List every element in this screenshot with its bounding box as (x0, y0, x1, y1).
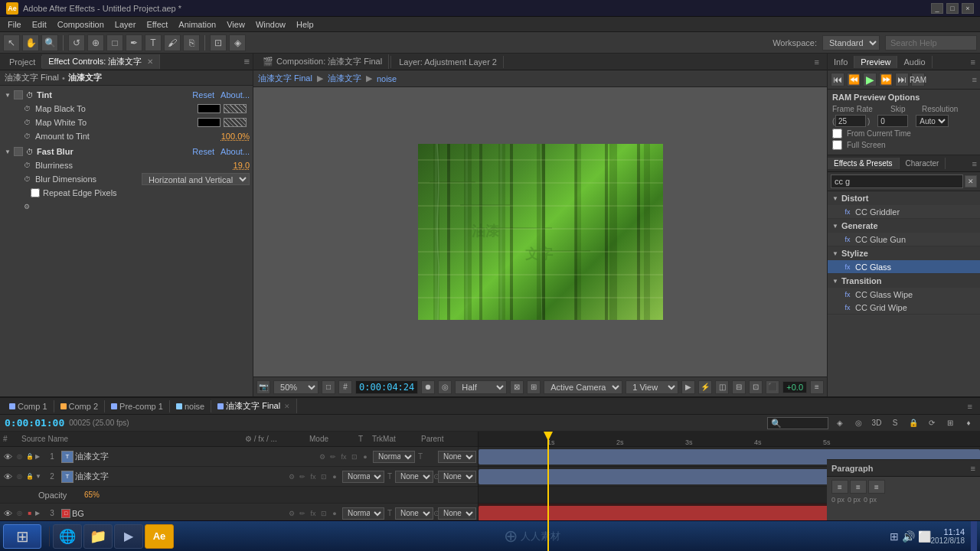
blur-dim-select[interactable]: Horizontal and Vertical Horizontal Verti… (142, 173, 250, 185)
layer2-trkmat-select[interactable]: None (395, 471, 433, 483)
layer3-sw4[interactable]: ⊡ (319, 509, 328, 518)
menu-effect[interactable]: Effect (142, 18, 172, 31)
ep-stylize-header[interactable]: ▼ Stylize (828, 246, 980, 260)
snapshot-button[interactable]: 📷 (256, 380, 270, 394)
record-button[interactable]: ⏺ (421, 380, 435, 394)
fast-blur-expand-icon[interactable]: ▼ (3, 147, 12, 156)
fast-blur-header[interactable]: ▼ ⏱ Fast Blur Reset About... (0, 145, 253, 158)
tab-info[interactable]: Info (828, 56, 854, 68)
comp-panel-options[interactable]: ≡ (810, 56, 824, 68)
map-black-swatch[interactable] (198, 104, 220, 113)
menu-file[interactable]: File (3, 18, 26, 31)
tl-sync-btn[interactable]: ⟳ (925, 416, 939, 430)
workspace-select[interactable]: Standard (822, 35, 880, 51)
fast-blur-about-button[interactable]: About... (220, 147, 250, 156)
layer1-expand-icon[interactable]: ▶ (35, 453, 44, 460)
blur-repeat-checkbox[interactable] (31, 188, 40, 197)
align-center-button[interactable]: ≡ (850, 480, 867, 494)
tl-tab-comp1[interactable]: Comp 1 (3, 400, 54, 412)
resolution-select[interactable]: Auto Full Half (916, 115, 949, 127)
camera-select[interactable]: Active Camera (544, 380, 622, 394)
tl-timecode[interactable]: 0:00:01:00 (5, 417, 64, 429)
blurriness-value[interactable]: 19.0 (234, 161, 250, 170)
frame-rate-input[interactable] (835, 115, 866, 127)
tab-close-icon[interactable]: ✕ (147, 57, 153, 66)
tl-tab-precomp1[interactable]: Pre-comp 1 (105, 400, 170, 412)
layer1-lock-icon[interactable]: 🔒 (24, 452, 35, 462)
panel-options-icon[interactable]: ≡ (243, 56, 250, 67)
menu-help[interactable]: Help (292, 18, 318, 31)
layer3-parent-select[interactable]: None (438, 507, 476, 520)
skip-input[interactable] (877, 115, 908, 127)
ram-preview-button[interactable]: RAM (911, 73, 925, 86)
tint-reset-button[interactable]: Reset (192, 90, 214, 99)
effect-tint-header[interactable]: ▼ ⏱ Tint Reset About... (0, 88, 253, 102)
map-white-swatch[interactable] (198, 118, 220, 127)
tab-effect-controls[interactable]: Effect Controls: 油漆文字 ✕ (42, 54, 160, 69)
ep-item-cc-griddler[interactable]: fx CC Griddler (828, 205, 980, 218)
layer3-sw1[interactable]: ⚙ (287, 509, 296, 518)
tint-enable-checkbox[interactable] (14, 90, 23, 99)
layer2-sw5[interactable]: ● (330, 472, 339, 481)
opacity-value[interactable]: 65% (84, 491, 107, 499)
comp-timecode[interactable]: 0:00:04:24 (355, 380, 418, 394)
layer2-solo-icon[interactable]: ◎ (14, 471, 24, 482)
minimize-button[interactable]: _ (931, 3, 943, 14)
tool-roto[interactable]: ⊡ (210, 34, 227, 51)
layer2-sw3[interactable]: fx (309, 472, 318, 481)
breadcrumb-noise[interactable]: noise (377, 74, 397, 83)
layer-tab[interactable]: Layer: Adjustment Layer 2 (393, 56, 504, 68)
align-right-button[interactable]: ≡ (868, 480, 885, 494)
views-select[interactable]: 1 View 2 Views 4 Views (626, 380, 678, 394)
fast-blur-enable-checkbox[interactable] (14, 147, 23, 156)
layer1-sw3[interactable]: fx (339, 452, 348, 461)
tl-3d-btn[interactable]: 3D (870, 416, 884, 430)
layer1-sw2[interactable]: ✏ (328, 452, 338, 461)
preview-options-icon[interactable]: ≡ (972, 75, 977, 84)
prev-frame-button[interactable]: ⏪ (847, 73, 861, 86)
tool-clone[interactable]: ⎘ (183, 34, 200, 51)
align-left-button[interactable]: ≡ (831, 480, 848, 494)
layer3-lock-icon[interactable]: ■ (24, 508, 35, 519)
ep-search-input[interactable] (831, 174, 963, 188)
tool-rect[interactable]: □ (106, 34, 123, 51)
layer3-solo-icon[interactable]: ◎ (14, 508, 24, 519)
render-queue-toggle[interactable]: ⊡ (749, 380, 763, 394)
menu-composition[interactable]: Composition (53, 18, 109, 31)
tool-hand[interactable]: ✋ (22, 34, 39, 51)
tl-comp-btn[interactable]: ⊞ (943, 416, 957, 430)
tl-panel-options[interactable]: ≡ (963, 400, 977, 412)
taskbar-ie-button[interactable]: 🌐 (53, 524, 82, 549)
tl-playhead[interactable] (547, 432, 549, 551)
render-button[interactable]: ▶ (681, 380, 695, 394)
layer1-vis-icon[interactable]: 👁 (2, 451, 14, 463)
ep-panel-options[interactable]: ≡ (969, 158, 980, 170)
layer2-expand-icon[interactable]: ▼ (35, 473, 44, 480)
layer2-sw1[interactable]: ⚙ (287, 472, 296, 481)
close-button[interactable]: × (962, 3, 974, 14)
menu-layer[interactable]: Layer (110, 18, 141, 31)
tl-marker-btn[interactable]: ♦ (962, 416, 975, 430)
tl-lock-btn[interactable]: 🔒 (906, 416, 920, 430)
layer3-sw5[interactable]: ● (330, 509, 339, 518)
menu-window[interactable]: Window (251, 18, 290, 31)
show-desktop-button[interactable] (971, 521, 977, 552)
taskbar-explorer-button[interactable]: 📁 (83, 524, 113, 549)
tint-expand-icon[interactable]: ▼ (3, 90, 12, 99)
tool-puppet[interactable]: ◈ (229, 34, 246, 51)
tab-project[interactable]: Project (3, 56, 42, 68)
tl-tab-comp2[interactable]: Comp 2 (54, 400, 106, 412)
ep-distort-header[interactable]: ▼ Distort (828, 191, 980, 205)
tl-draft-btn[interactable]: ◈ (833, 416, 847, 430)
breadcrumb-layer[interactable]: 油漆文字 (328, 73, 361, 84)
search-help-input[interactable] (885, 35, 977, 51)
menu-view[interactable]: View (222, 18, 250, 31)
next-frame-button[interactable]: ⏩ (879, 73, 893, 86)
tab-effects-presets[interactable]: Effects & Presets (828, 158, 900, 169)
ep-generate-header[interactable]: ▼ Generate (828, 219, 980, 233)
ep-clear-button[interactable]: ✕ (965, 175, 977, 187)
full-screen-checkbox[interactable] (832, 140, 842, 150)
layer2-vis-icon[interactable]: 👁 (2, 471, 14, 483)
tl-tab-final[interactable]: 油漆文字 Final ✕ (211, 399, 297, 413)
tool-rotate[interactable]: ↺ (68, 34, 85, 51)
